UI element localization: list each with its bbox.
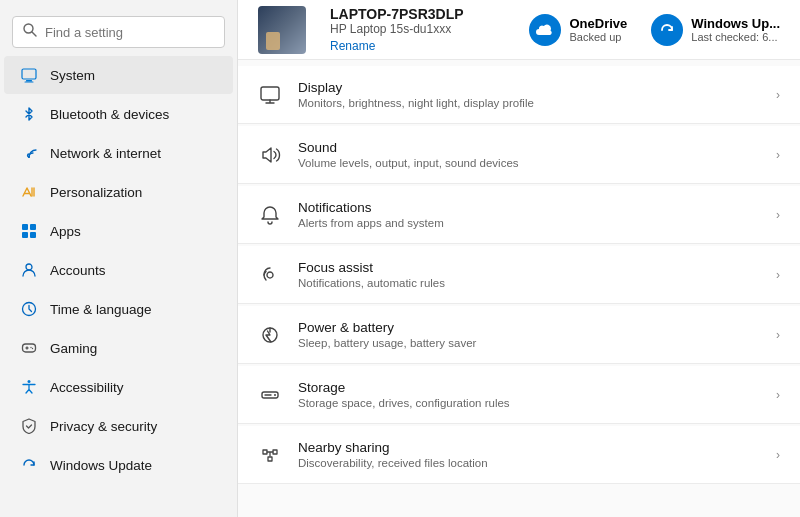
onedrive-icon [529,14,561,46]
svg-rect-2 [22,69,36,79]
focus-icon [258,263,282,287]
sound-chevron: › [776,148,780,162]
sidebar-item-gaming[interactable]: Gaming [4,329,233,367]
notifications-text: Notifications Alerts from apps and syste… [298,200,760,229]
settings-item-notifications[interactable]: Notifications Alerts from apps and syste… [238,186,800,244]
nearby-desc: Discoverability, received files location [298,457,760,469]
storage-desc: Storage space, drives, configuration rul… [298,397,760,409]
bluetooth-icon [20,105,38,123]
accounts-icon [20,261,38,279]
main-content: LAPTOP-7PSR3DLP HP Laptop 15s-du1xxx Ren… [237,0,800,517]
focus-desc: Notifications, automatic rules [298,277,760,289]
nearby-text: Nearby sharing Discoverability, received… [298,440,760,469]
sidebar-item-update[interactable]: Windows Update [4,446,233,484]
display-title: Display [298,80,760,95]
windows-update-icon [651,14,683,46]
notifications-chevron: › [776,208,780,222]
svg-point-14 [32,348,33,349]
power-title: Power & battery [298,320,760,335]
storage-chevron: › [776,388,780,402]
notifications-icon [258,203,282,227]
sidebar-label-network: Network & internet [50,146,161,161]
focus-title: Focus assist [298,260,760,275]
search-icon [23,23,37,41]
storage-icon [258,383,282,407]
settings-item-nearby[interactable]: Nearby sharing Discoverability, received… [238,426,800,484]
svg-point-15 [28,380,31,383]
search-box[interactable] [12,16,225,48]
settings-item-display[interactable]: Display Monitors, brightness, night ligh… [238,66,800,124]
device-name: LAPTOP-7PSR3DLP [330,6,505,22]
time-icon [20,300,38,318]
gaming-icon [20,339,38,357]
personalization-icon [20,183,38,201]
windows-update-label: Windows Up... [691,16,780,31]
device-info: LAPTOP-7PSR3DLP HP Laptop 15s-du1xxx Ren… [330,6,505,54]
onedrive-info: OneDrive Backed up [529,14,627,46]
device-thumbnail [258,6,306,54]
device-rename-link[interactable]: Rename [330,39,375,53]
sidebar: System Bluetooth & devices Network & int… [0,0,237,517]
svg-rect-9 [30,232,36,238]
sidebar-item-system[interactable]: System [4,56,233,94]
power-desc: Sleep, battery usage, battery saver [298,337,760,349]
svg-rect-12 [23,344,36,352]
sidebar-label-personalization: Personalization [50,185,142,200]
sidebar-label-apps: Apps [50,224,81,239]
power-icon [258,323,282,347]
sidebar-item-personalization[interactable]: Personalization [4,173,233,211]
onedrive-status: Backed up [569,31,627,43]
device-bar: LAPTOP-7PSR3DLP HP Laptop 15s-du1xxx Ren… [238,0,800,60]
onedrive-label: OneDrive [569,16,627,31]
display-text: Display Monitors, brightness, night ligh… [298,80,760,109]
search-input[interactable] [45,25,214,40]
power-chevron: › [776,328,780,342]
windows-update-text: Windows Up... Last checked: 6... [691,16,780,43]
settings-item-focus[interactable]: Focus assist Notifications, automatic ru… [238,246,800,304]
sidebar-item-bluetooth[interactable]: Bluetooth & devices [4,95,233,133]
svg-rect-8 [22,232,28,238]
sidebar-item-time[interactable]: Time & language [4,290,233,328]
sidebar-item-network[interactable]: Network & internet [4,134,233,172]
network-icon [20,144,38,162]
sidebar-label-privacy: Privacy & security [50,419,157,434]
nearby-title: Nearby sharing [298,440,760,455]
storage-title: Storage [298,380,760,395]
sidebar-item-privacy[interactable]: Privacy & security [4,407,233,445]
svg-point-20 [274,394,276,396]
sound-title: Sound [298,140,760,155]
sidebar-item-accessibility[interactable]: Accessibility [4,368,233,406]
sound-text: Sound Volume levels, output, input, soun… [298,140,760,169]
sound-desc: Volume levels, output, input, sound devi… [298,157,760,169]
svg-rect-6 [22,224,28,230]
settings-item-sound[interactable]: Sound Volume levels, output, input, soun… [238,126,800,184]
sidebar-item-accounts[interactable]: Accounts [4,251,233,289]
nearby-chevron: › [776,448,780,462]
svg-point-5 [28,156,30,158]
sidebar-item-apps[interactable]: Apps [4,212,233,250]
focus-chevron: › [776,268,780,282]
svg-rect-16 [261,87,279,100]
privacy-icon [20,417,38,435]
accessibility-icon [20,378,38,396]
display-desc: Monitors, brightness, night light, displ… [298,97,760,109]
settings-item-storage[interactable]: Storage Storage space, drives, configura… [238,366,800,424]
svg-point-10 [26,264,32,270]
svg-rect-3 [26,80,32,82]
nearby-icon [258,443,282,467]
sidebar-label-accessibility: Accessibility [50,380,124,395]
power-text: Power & battery Sleep, battery usage, ba… [298,320,760,349]
sidebar-label-time: Time & language [50,302,152,317]
device-model: HP Laptop 15s-du1xxx [330,22,505,36]
focus-text: Focus assist Notifications, automatic ru… [298,260,760,289]
storage-text: Storage Storage space, drives, configura… [298,380,760,409]
system-icon [20,66,38,84]
sidebar-label-accounts: Accounts [50,263,106,278]
sound-icon [258,143,282,167]
display-icon [258,83,282,107]
svg-rect-4 [25,82,34,83]
svg-point-17 [267,272,273,278]
svg-rect-7 [30,224,36,230]
notifications-title: Notifications [298,200,760,215]
settings-item-power[interactable]: Power & battery Sleep, battery usage, ba… [238,306,800,364]
